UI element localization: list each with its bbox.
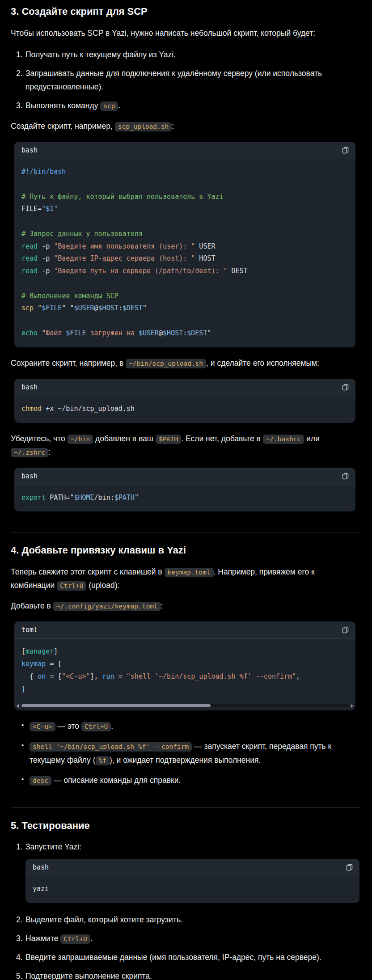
code-block: bash#!/bin/bash # Путь к файлу, который …	[14, 142, 355, 347]
code-token: =	[114, 672, 127, 680]
list-item: desc — описание команды для справки.	[11, 773, 360, 787]
code-token: :	[183, 329, 187, 337]
horizontal-scrollbar[interactable]	[16, 703, 354, 709]
scroll-right-arrow[interactable]	[351, 704, 353, 708]
code-token: scp	[21, 304, 34, 312]
inline-code: Ctrl+U	[81, 722, 111, 731]
code-content: [manager] keymap = [ { on = ["<C-u>"], r…	[14, 639, 355, 703]
scroll-left-arrow[interactable]	[17, 704, 19, 708]
list-item: Выделите файл, который хотите загрузить.	[11, 913, 360, 926]
list-item: Запрашивать данные для подключения к уда…	[11, 67, 360, 93]
code-token: :	[118, 304, 123, 312]
code-token: ]	[54, 647, 58, 655]
code-token: DEST	[228, 267, 248, 275]
code-token: $HOST	[163, 329, 183, 337]
code-language-label: bash	[33, 862, 49, 873]
inline-code: Ctrl+U	[60, 934, 90, 944]
inline-code: Ctrl+U	[57, 581, 86, 591]
text-run: Убедитесь, что	[11, 434, 68, 443]
section-heading: 5. Тестирование	[11, 819, 360, 832]
text-run: :	[172, 122, 174, 131]
list-item: Получать путь к текущему файлу из Yazi.	[11, 48, 360, 61]
code-token: @	[159, 329, 163, 337]
text-run: .	[118, 101, 120, 110]
inline-code: ~/.bashrc	[263, 435, 304, 444]
code-block: bashyazi	[25, 859, 359, 903]
list-item: shell '~/bin/scp_upload.sh %f' --confirm…	[11, 739, 360, 766]
copy-icon	[346, 864, 353, 871]
copy-icon	[342, 473, 349, 480]
code-token: "	[135, 494, 139, 502]
text-run: .	[90, 934, 93, 943]
list-item: Подтвердите выполнение скрипта.	[11, 969, 360, 980]
copy-code-button[interactable]	[341, 625, 350, 634]
code-token: $USER	[74, 304, 94, 312]
ordered-list: Запустите Yazi:bashyaziВыделите файл, ко…	[11, 840, 360, 980]
code-token: on	[38, 672, 46, 680]
code-token: export	[21, 494, 46, 502]
code-token: "$1"	[42, 205, 58, 213]
code-token: Файл	[46, 329, 66, 337]
text-run: Получать путь к текущему файлу из Yazi.	[25, 50, 176, 59]
text-run: Добавьте в	[11, 601, 53, 610]
code-token: "	[143, 304, 147, 312]
code-text: export PATH="$HOME/bin:$PATH"	[21, 494, 139, 502]
inline-code: keymap.toml	[165, 568, 214, 577]
code-token: yazi	[33, 885, 49, 893]
paragraph: Добавьте в ~/.config/yazi/keymap.toml:	[11, 599, 360, 612]
paragraph: Создайте скрипт, например, scp_upload.sh…	[11, 119, 360, 133]
code-token: "Введите IP-адрес сервера (host): "	[54, 254, 195, 262]
code-token: keymap	[21, 660, 46, 668]
code-token: chmod	[21, 405, 42, 413]
inline-code: $PATH	[156, 435, 182, 444]
copy-code-button[interactable]	[341, 146, 350, 155]
code-token: = [	[46, 660, 62, 668]
code-text: yazi	[33, 885, 49, 893]
paragraph: Чтобы использовать SCP в Yazi, нужно нап…	[11, 26, 360, 40]
code-token: $FILE	[42, 304, 62, 312]
text-run: Запрашивать данные для подключения к уда…	[25, 69, 322, 91]
text-run: :	[161, 601, 163, 610]
text-run: или	[304, 434, 320, 443]
scrollbar-thumb[interactable]	[21, 704, 211, 707]
bullet-list: <C-u> — это Ctrl+U.shell '~/bin/scp_uplo…	[11, 719, 360, 786]
code-text: [manager] keymap = [ { on = ["<C-u>"], r…	[21, 647, 300, 693]
list-item: Нажмите Ctrl+U.	[11, 932, 360, 945]
code-token: $HOST	[98, 304, 118, 312]
text-run: ), и ожидает подтверждения выполнения.	[110, 756, 261, 765]
paragraph: Убедитесь, что ~/bin добавлен в ваш $PAT…	[11, 432, 360, 459]
code-token: +x ~/bin/scp_upload.sh	[42, 405, 135, 413]
code-token: "shell '~/bin/scp_upload.sh %f' --confir…	[127, 672, 296, 680]
code-token: read	[21, 254, 38, 262]
inline-code: ~/bin	[68, 435, 93, 444]
code-token: загружен на	[86, 329, 139, 337]
copy-icon	[342, 384, 349, 391]
message-content: 3. Создайте скрипт для SCPЧтобы использо…	[0, 0, 372, 980]
code-block-header: toml	[14, 621, 355, 639]
code-token: $FILE	[66, 329, 86, 337]
code-block-header: bash	[14, 142, 355, 159]
code-language-label: bash	[21, 382, 38, 393]
code-token: ],	[90, 672, 102, 680]
text-run: Выполнять команду	[25, 101, 100, 110]
paragraph: Сохраните скрипт, например, в ~/bin/scp_…	[11, 356, 360, 370]
copy-code-button[interactable]	[345, 863, 354, 872]
text-run: Нажмите	[25, 934, 60, 943]
section-heading: 4. Добавьте привязку клавиш в Yazi	[11, 544, 360, 557]
code-block: bashexport PATH="$HOME/bin:$PATH"	[14, 468, 355, 512]
code-language-label: bash	[21, 145, 38, 156]
code-token: /bin:	[94, 494, 114, 502]
code-token: # Запрос данных у пользователя	[21, 230, 143, 238]
code-token: "Введите имя пользователя (user): "	[54, 242, 195, 250]
code-token: HOST	[195, 254, 215, 262]
section-divider	[11, 532, 360, 532]
text-run: Введите запрашиваемые данные (имя пользо…	[25, 953, 321, 962]
inline-code: ~/bin/scp_upload.sh	[126, 359, 206, 368]
code-language-label: toml	[21, 625, 38, 635]
code-token: -p	[38, 254, 54, 262]
copy-code-button[interactable]	[341, 472, 350, 481]
text-run: (upload):	[86, 581, 119, 590]
text-run: добавлен в ваш	[93, 434, 155, 443]
code-block-header: bash	[25, 859, 359, 876]
copy-code-button[interactable]	[341, 383, 350, 392]
